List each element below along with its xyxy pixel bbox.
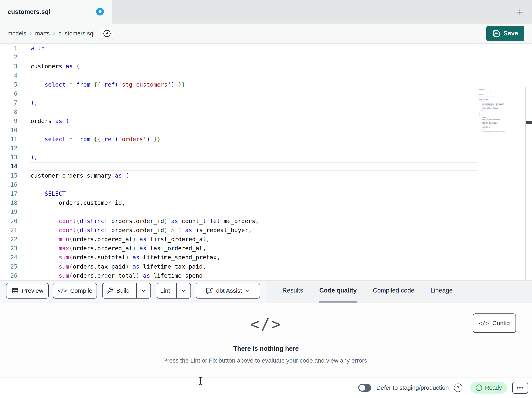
indent-guide — [45, 226, 45, 235]
build-dropdown-button[interactable] — [136, 283, 151, 298]
code-brackets-icon: </> — [479, 320, 489, 326]
line-number: 14 — [0, 162, 30, 171]
line-number: 12 — [0, 144, 30, 153]
breadcrumb-models[interactable]: models — [7, 30, 26, 37]
code-line[interactable]: 23 max(orders.ordered_at) as last_ordere… — [0, 244, 478, 253]
code-line[interactable]: 9orders as ( — [0, 117, 478, 126]
code-line[interactable]: 7), — [0, 98, 478, 107]
line-number: 8 — [0, 107, 30, 116]
code-brackets-icon: </> — [57, 288, 67, 294]
breadcrumb-file[interactable]: customers.sql — [58, 30, 95, 37]
code-line[interactable]: 16 — [0, 180, 478, 189]
indent-guide — [31, 244, 31, 253]
code-line[interactable]: 19 — [0, 207, 478, 216]
overflow-menu-button[interactable]: ••• — [512, 382, 528, 394]
indent-guide — [45, 217, 45, 226]
code-line[interactable]: 14 — [0, 162, 478, 171]
code-line[interactable]: 24 sum(orders.subtotal) as lifetime_spen… — [0, 253, 478, 262]
indent-guide — [31, 71, 31, 80]
indent-guide — [45, 253, 45, 262]
code-line[interactable]: 22 min(orders.ordered_at) as first_order… — [0, 235, 478, 244]
status-bar: Defer to staging/production ? Ready ••• — [0, 377, 532, 398]
code-line[interactable]: 18 orders.customer_id, — [0, 198, 478, 207]
help-icon[interactable]: ? — [454, 384, 462, 392]
code-line[interactable]: 10 — [0, 126, 478, 135]
lint-split-button: Lint — [157, 283, 191, 299]
line-number: 22 — [0, 235, 30, 244]
line-number: 3 — [0, 62, 30, 71]
save-floppy-icon — [493, 30, 500, 37]
editor-minimap[interactable]: with customers as ( select * from {{ ref… — [478, 88, 525, 148]
indent-guide — [31, 262, 31, 271]
code-brackets-icon: </> — [0, 315, 532, 333]
chevron-down-icon — [245, 288, 250, 293]
config-button[interactable]: </> Config — [473, 313, 516, 333]
dbt-assist-button-label: dbt Assist — [216, 287, 242, 294]
code-line[interactable]: 2 — [0, 53, 478, 62]
code-line[interactable]: 13), — [0, 153, 478, 162]
code-line[interactable]: 25 sum(orders.tax_paid) as lifetime_tax_… — [0, 262, 478, 271]
code-line[interactable]: 1with — [0, 44, 478, 53]
indent-guide — [45, 235, 45, 244]
preview-button[interactable]: Preview — [6, 283, 49, 299]
code-editor[interactable]: 1with23customers as (45 select * from {{… — [0, 43, 532, 280]
lint-dropdown-button[interactable] — [176, 283, 190, 298]
code-line[interactable]: 12 — [0, 144, 478, 153]
indent-guide — [31, 217, 31, 226]
build-button-label: Build — [116, 287, 130, 294]
code-line[interactable]: 6 — [0, 89, 478, 98]
status-badge-label: Ready — [485, 385, 502, 391]
compile-button[interactable]: </> Compile — [53, 283, 97, 299]
line-number: 19 — [0, 207, 30, 216]
code-line[interactable]: 20 count(distinct orders.order_id) as co… — [0, 217, 478, 226]
line-number: 2 — [0, 53, 30, 62]
panel-tab-lineage[interactable]: Lineage — [430, 280, 453, 303]
code-line[interactable]: 21 count(distinct orders.order_id) > 1 a… — [0, 226, 478, 235]
indent-guide — [45, 262, 45, 271]
panel-tab-results[interactable]: Results — [282, 280, 304, 303]
line-number: 4 — [0, 71, 30, 80]
lint-button-label: Lint — [160, 287, 170, 294]
breadcrumb-bar: models › marts › customers.sql — [0, 24, 532, 43]
file-tab-title: customers.sql — [8, 8, 51, 15]
line-number: 21 — [0, 226, 30, 235]
breadcrumb-marts[interactable]: marts — [35, 30, 50, 37]
indent-guide — [31, 271, 31, 280]
indent-guide — [31, 235, 31, 244]
indent-guide — [31, 135, 31, 144]
lint-button[interactable]: Lint — [157, 283, 173, 298]
line-number: 1 — [0, 44, 30, 53]
panel-tab-code-quality[interactable]: Code quality — [319, 280, 357, 303]
line-number: 13 — [0, 153, 30, 162]
dbt-assist-button[interactable]: dbt Assist — [196, 283, 260, 299]
code-line[interactable]: 26 sum(orders.order_total) as lifetime_s… — [0, 271, 478, 280]
build-button[interactable]: Build — [103, 283, 133, 298]
defer-toggle[interactable] — [358, 384, 371, 392]
code-line[interactable]: 17 SELECT — [0, 189, 478, 198]
line-number: 9 — [0, 117, 30, 126]
code-line[interactable]: 3customers as ( — [0, 62, 478, 71]
explore-compass-button[interactable] — [100, 27, 114, 40]
chevron-down-icon — [181, 288, 186, 293]
code-line[interactable]: 11 select * from {{ ref('orders') }} — [0, 135, 478, 144]
table-grid-icon — [12, 287, 19, 294]
line-number: 25 — [0, 262, 30, 271]
line-number: 6 — [0, 89, 30, 98]
panel-tab-compiled-code[interactable]: Compiled code — [372, 280, 415, 303]
code-line[interactable]: 5 select * from {{ ref('stg_customers') … — [0, 80, 478, 89]
code-line[interactable]: 15customer_orders_summary as ( — [0, 171, 478, 180]
new-tab-button[interactable]: + — [511, 3, 529, 21]
code-line[interactable]: 4 — [0, 71, 478, 80]
compass-icon — [102, 29, 112, 38]
line-number: 11 — [0, 135, 30, 144]
empty-state-title: There is nothing here — [0, 345, 532, 352]
line-number: 26 — [0, 271, 30, 280]
save-button[interactable]: Save — [486, 26, 524, 41]
build-split-button: Build — [102, 283, 151, 299]
file-tab-customers-sql[interactable]: customers.sql — [0, 0, 112, 24]
code-line[interactable]: 8 — [0, 107, 478, 116]
panel-tab-strip: ResultsCode qualityCompiled codeLineage — [266, 280, 532, 303]
editor-scrollbar-thumb[interactable] — [526, 121, 532, 124]
indent-guide — [45, 271, 45, 280]
dbt-ide-window: customers.sql + models › marts › custome… — [0, 0, 532, 398]
